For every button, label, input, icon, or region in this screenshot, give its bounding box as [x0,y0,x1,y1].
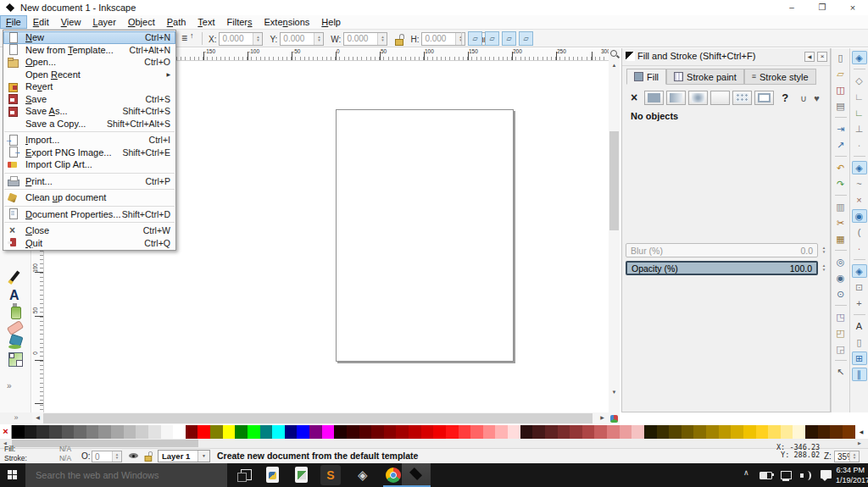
palette-swatch[interactable] [161,425,174,439]
palette-swatch[interactable] [124,425,136,439]
scroll-right-icon[interactable]: ▶ [597,412,608,423]
redo-button[interactable]: ↷ [833,177,849,191]
horizontal-scrollbar[interactable]: ◀ ▶ [32,412,620,424]
palette-swatch[interactable] [334,425,347,439]
tool-bucket[interactable] [5,334,25,351]
battery-tray-icon[interactable] [758,467,775,484]
transform-gradients-button[interactable]: ▱ [502,31,516,46]
palette-swatch[interactable] [359,425,372,439]
layer-dropdown-icon[interactable]: ▼ [198,451,209,462]
snap-cusp-nodes-button[interactable]: ◉ [852,209,867,223]
palette-swatch[interactable] [297,425,309,439]
layer-selector[interactable]: Layer 1 ▼ [158,450,210,462]
unknown-paint-button[interactable]: ? [782,91,788,104]
palette-swatch[interactable] [693,425,706,439]
file-menu-item-save-as[interactable]: Save As...Shift+Ctrl+S [3,105,175,118]
palette-swatch[interactable] [347,425,359,439]
restore-button[interactable]: ❐ [807,0,837,15]
zoom-corner-icon[interactable] [609,48,620,60]
taskbar-search-input[interactable] [25,463,227,487]
network-tray-icon[interactable] [778,467,795,484]
save-document-button[interactable]: ◫ [833,83,849,97]
palette-swatch[interactable] [111,425,124,439]
undo-button[interactable]: ↶ [833,161,849,174]
palette-swatch[interactable] [309,425,322,439]
snap-path-intersections-button[interactable]: × [852,193,867,207]
panel-opacity-spinner[interactable]: ▲▼ [820,261,828,275]
palette-swatch[interactable] [545,425,558,439]
menu-file[interactable]: File [0,15,27,29]
palette-swatch[interactable] [459,425,471,439]
chat-tray-icon[interactable] [819,467,836,484]
menu-view[interactable]: View [55,15,87,29]
tool-eraser[interactable] [5,318,25,335]
pattern-button[interactable] [710,91,730,105]
palette-swatch[interactable] [682,425,694,439]
palette-swatch[interactable] [805,425,818,439]
tool-calligraphy[interactable] [5,269,25,286]
lock-ratio-icon[interactable] [394,33,403,45]
snap-paths-button[interactable]: ~ [852,177,867,191]
flat-color-button[interactable] [644,91,664,105]
snap-nodes-button[interactable]: ◈ [852,161,867,174]
file-menu-item-open-recent[interactable]: Open Recent▶ [3,69,175,81]
palette-swatch[interactable] [495,425,508,439]
layer-lock-icon[interactable] [144,451,152,461]
palette-swatch[interactable] [433,425,446,439]
snap-guides-button[interactable]: ∥ [852,368,867,381]
panel-iconify-icon[interactable]: ◀ [804,52,815,62]
palette-swatch[interactable] [62,425,75,439]
palette-swatch[interactable] [371,425,384,439]
palette-swatch[interactable] [532,425,545,439]
file-menu-item-print[interactable]: Print...Ctrl+P [3,175,175,188]
opacity-spinner[interactable]: ▲▼ [112,451,121,462]
file-menu-item-new-from-template[interactable]: New from Template...Ctrl+Alt+N [3,44,175,57]
snap-smooth-nodes-button[interactable]: ( [852,225,867,239]
inkscape-taskbar-icon[interactable] [406,465,426,485]
palette-swatch[interactable] [781,425,793,439]
palette-scroll-right-icon[interactable]: ▶ [854,439,865,448]
open-document-button[interactable]: ▱ [833,67,849,80]
python-taskbar-icon[interactable] [263,465,283,485]
scroll-left-icon[interactable]: ◀ [32,412,43,423]
palette-scrollbar[interactable]: ◀ ▶ [0,439,868,448]
menu-layer[interactable]: Layer [86,15,122,29]
palette-swatch[interactable] [818,425,831,439]
tab-stroke-style[interactable]: ≡Stroke style [744,69,816,85]
palette-swatch[interactable] [235,425,248,439]
snap-rotation-centers-button[interactable]: + [852,296,867,310]
palette-swatch[interactable] [186,425,198,439]
tab-stroke-paint[interactable]: Stroke paint [666,69,744,85]
palette-swatch[interactable] [793,425,805,439]
palette-swatch[interactable] [558,425,570,439]
scroll-up-icon[interactable]: ▲ [609,60,620,71]
menu-extensions[interactable]: Extensions [259,15,316,29]
palette-swatch[interactable] [768,425,781,439]
palette-swatch[interactable] [470,425,483,439]
close-button[interactable]: × [837,0,868,15]
swatch-button[interactable] [732,91,752,105]
file-menu-item-export-png-image[interactable]: Export PNG Image...Shift+Ctrl+E [3,147,175,159]
zoom-drawing-button[interactable]: ◉ [833,271,849,285]
zoom-selection-button[interactable]: ◎ [833,255,849,268]
palette-swatch[interactable] [719,425,732,439]
field-spinbox[interactable]: 0.000▲▼ [219,32,263,46]
palette-swatch[interactable] [508,425,520,439]
snap-bbox-button[interactable]: ◇ [852,74,867,87]
palette-swatch[interactable] [12,425,25,439]
snap-grids-button[interactable]: ⊞ [852,351,867,365]
sublime-taskbar-icon[interactable] [320,465,341,485]
file-menu-item-quit[interactable]: QuitCtrl+Q [3,237,175,250]
palette-swatch[interactable] [198,425,210,439]
palette-swatch[interactable] [136,425,148,439]
palette-swatch[interactable] [743,425,756,439]
file-menu-item-import[interactable]: Import...Ctrl+I [3,134,175,147]
menu-filters[interactable]: Filters [221,15,259,29]
palette-swatch[interactable] [421,425,434,439]
cut-button[interactable]: ✂ [833,216,849,230]
palette-swatch[interactable] [706,425,719,439]
palette-swatch[interactable] [843,425,855,439]
scale-rect-corners-button[interactable]: ▱ [485,31,499,46]
palette-swatch[interactable] [98,425,111,439]
menu-path[interactable]: Path [161,15,192,29]
